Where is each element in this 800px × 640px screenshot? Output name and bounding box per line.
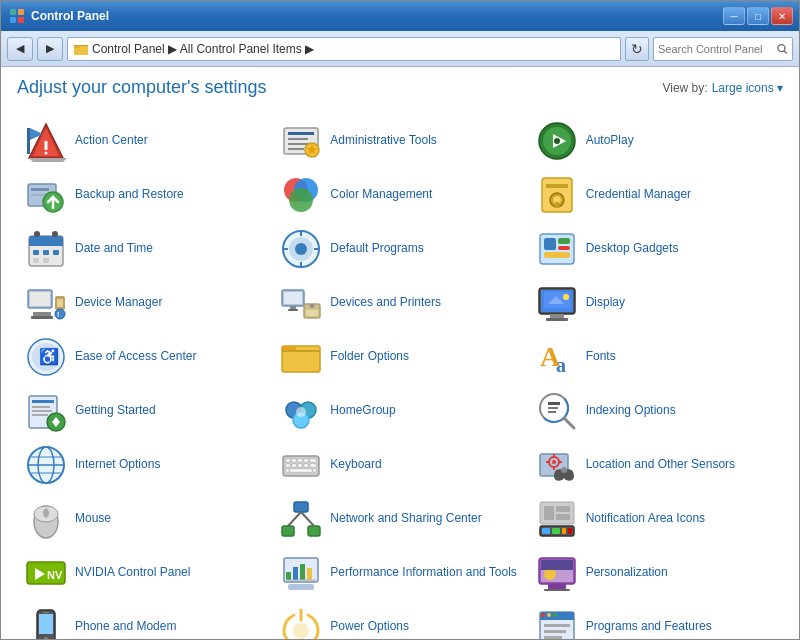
- devices-icon: [280, 282, 322, 324]
- svg-point-103: [296, 407, 306, 417]
- svg-point-84: [563, 294, 569, 300]
- svg-rect-173: [39, 614, 53, 634]
- svg-rect-66: [31, 316, 53, 319]
- item-internet-options[interactable]: Internet Options: [17, 438, 272, 492]
- item-device-manager[interactable]: ! Device Manager: [17, 276, 272, 330]
- item-display[interactable]: Display: [528, 276, 783, 330]
- item-folder-options[interactable]: Folder Options: [272, 330, 527, 384]
- item-homegroup[interactable]: HomeGroup: [272, 384, 527, 438]
- item-label-devices-printers: Devices and Printers: [330, 295, 441, 311]
- view-by-control: View by: Large icons ▾: [662, 81, 783, 95]
- svg-rect-64: [30, 292, 50, 306]
- svg-rect-81: [546, 318, 568, 321]
- svg-point-184: [547, 613, 551, 617]
- item-color-management[interactable]: Color Management: [272, 168, 527, 222]
- item-personalization[interactable]: Personalization: [528, 546, 783, 600]
- item-default-programs[interactable]: Default Programs: [272, 222, 527, 276]
- svg-rect-18: [288, 132, 314, 135]
- item-performance[interactable]: Performance Information and Tools: [272, 546, 527, 600]
- svg-rect-182: [544, 636, 562, 639]
- content-area[interactable]: Adjust your computer's settings View by:…: [1, 67, 799, 639]
- svg-rect-126: [290, 469, 312, 472]
- svg-rect-121: [286, 464, 290, 467]
- item-devices-printers[interactable]: Devices and Printers: [272, 276, 527, 330]
- item-ease-access[interactable]: ♿ Ease of Access Center: [17, 330, 272, 384]
- svg-line-144: [288, 512, 301, 526]
- item-label-indexing-options: Indexing Options: [586, 403, 676, 419]
- view-by-value[interactable]: Large icons ▾: [712, 81, 783, 95]
- item-label-desktop-gadgets: Desktop Gadgets: [586, 241, 679, 257]
- close-button[interactable]: ✕: [771, 7, 793, 25]
- svg-rect-13: [45, 141, 48, 150]
- back-button[interactable]: ◀: [7, 37, 33, 61]
- item-mouse[interactable]: Mouse: [17, 492, 272, 546]
- item-backup-restore[interactable]: Backup and Restore: [17, 168, 272, 222]
- item-label-default-programs: Default Programs: [330, 241, 423, 257]
- svg-rect-68: [57, 299, 63, 307]
- item-date-time[interactable]: Date and Time: [17, 222, 272, 276]
- homegroup-icon: [280, 390, 322, 432]
- svg-rect-170: [548, 584, 566, 589]
- item-programs-features[interactable]: Programs and Features: [528, 600, 783, 639]
- personalization-icon: [536, 552, 578, 594]
- svg-line-8: [784, 50, 787, 53]
- svg-rect-124: [304, 464, 308, 467]
- svg-rect-122: [292, 464, 296, 467]
- svg-rect-49: [33, 258, 39, 263]
- item-label-network-sharing: Network and Sharing Center: [330, 511, 481, 527]
- indexing-icon: [536, 390, 578, 432]
- svg-rect-164: [288, 584, 314, 590]
- svg-rect-119: [304, 459, 308, 462]
- item-fonts[interactable]: A a Fonts: [528, 330, 783, 384]
- item-administrative-tools[interactable]: Administrative Tools: [272, 114, 527, 168]
- svg-rect-73: [290, 306, 296, 309]
- svg-rect-116: [286, 459, 290, 462]
- item-power-options[interactable]: Power Options: [272, 600, 527, 639]
- svg-rect-3: [18, 17, 24, 23]
- item-nvidia[interactable]: NV NVIDIA Control Panel: [17, 546, 272, 600]
- item-label-location-sensors: Location and Other Sensors: [586, 457, 735, 473]
- svg-rect-152: [544, 506, 554, 520]
- mouse-icon: [25, 498, 67, 540]
- svg-rect-127: [286, 469, 289, 472]
- maximize-button[interactable]: □: [747, 7, 769, 25]
- item-indexing-options[interactable]: Indexing Options: [528, 384, 783, 438]
- svg-rect-175: [43, 612, 49, 613]
- item-phone-modem[interactable]: Phone and Modem: [17, 600, 272, 639]
- refresh-button[interactable]: ↻: [625, 37, 649, 61]
- svg-rect-95: [32, 406, 50, 408]
- view-by-label: View by:: [662, 81, 707, 95]
- item-action-center[interactable]: Action Center: [17, 114, 272, 168]
- svg-text:♿: ♿: [39, 347, 59, 366]
- svg-rect-0: [10, 9, 16, 15]
- forward-button[interactable]: ▶: [37, 37, 63, 61]
- item-notification-icons[interactable]: Notification Area Icons: [528, 492, 783, 546]
- item-getting-started[interactable]: Getting Started: [17, 384, 272, 438]
- svg-rect-171: [544, 589, 570, 591]
- default-icon: [280, 228, 322, 270]
- search-input[interactable]: [658, 43, 773, 55]
- item-label-phone-modem: Phone and Modem: [75, 619, 176, 635]
- svg-rect-179: [540, 617, 574, 620]
- phone-icon: [25, 606, 67, 639]
- item-credential-manager[interactable]: Credential Manager: [528, 168, 783, 222]
- minimize-button[interactable]: ─: [723, 7, 745, 25]
- svg-point-44: [34, 231, 40, 237]
- svg-point-7: [778, 44, 785, 51]
- item-location-sensors[interactable]: Location and Other Sensors: [528, 438, 783, 492]
- item-desktop-gadgets[interactable]: Desktop Gadgets: [528, 222, 783, 276]
- item-label-backup-restore: Backup and Restore: [75, 187, 184, 203]
- item-network-sharing[interactable]: Network and Sharing Center: [272, 492, 527, 546]
- item-label-notification-icons: Notification Area Icons: [586, 511, 705, 527]
- search-box[interactable]: [653, 37, 793, 61]
- svg-rect-94: [32, 400, 54, 403]
- address-box[interactable]: Control Panel ▶ All Control Panel Items …: [67, 37, 621, 61]
- svg-rect-19: [288, 138, 308, 140]
- svg-rect-159: [286, 572, 291, 580]
- svg-rect-37: [546, 184, 568, 188]
- item-keyboard[interactable]: Keyboard: [272, 438, 527, 492]
- item-autoplay[interactable]: AutoPlay: [528, 114, 783, 168]
- main-area: Adjust your computer's settings View by:…: [1, 67, 799, 639]
- fonts-icon: A a: [536, 336, 578, 378]
- item-label-fonts: Fonts: [586, 349, 616, 365]
